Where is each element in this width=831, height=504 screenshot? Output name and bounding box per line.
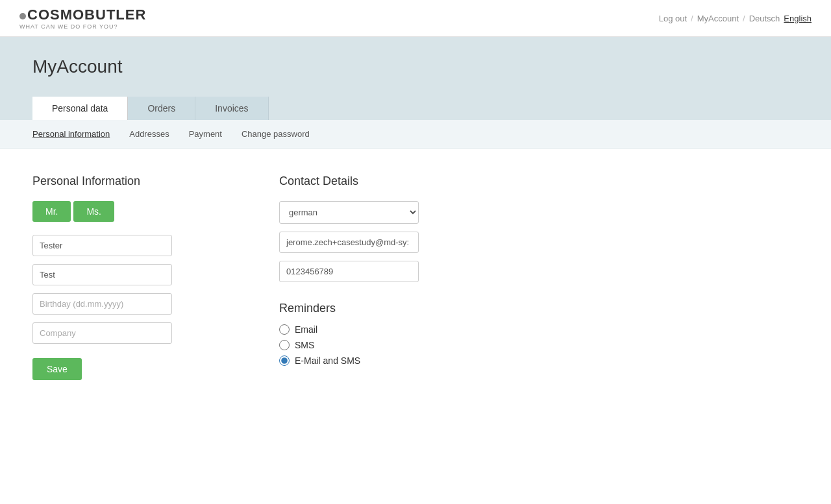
contact-details-section: Contact Details german english french Re… xyxy=(279,174,448,380)
tab-invoices[interactable]: Invoices xyxy=(195,97,268,120)
sub-nav-addresses[interactable]: Addresses xyxy=(129,129,169,139)
header-nav: Log out / MyAccount / Deutsch English xyxy=(659,14,812,23)
reminder-email-label: Email xyxy=(295,324,317,335)
deutsch-link[interactable]: Deutsch xyxy=(749,14,780,23)
sub-nav-personal-info[interactable]: Personal information xyxy=(32,129,110,139)
gender-buttons: Mr. Ms. xyxy=(32,201,227,222)
english-link[interactable]: English xyxy=(784,14,812,23)
reminder-email-radio[interactable] xyxy=(279,324,290,335)
tab-personal-data[interactable]: Personal data xyxy=(32,97,128,120)
reminder-email-sms-label: E-Mail and SMS xyxy=(295,355,360,366)
sub-nav: Personal information Addresses Payment C… xyxy=(0,120,831,149)
save-button[interactable]: Save xyxy=(32,358,82,380)
personal-information-section: Personal Information Mr. Ms. Save xyxy=(32,174,227,380)
reminder-sms-label: SMS xyxy=(295,340,314,350)
logout-link[interactable]: Log out xyxy=(659,14,687,23)
reminders-section: Reminders Email SMS E-Mail and SMS xyxy=(279,302,448,366)
banner: MyAccount Personal data Orders Invoices xyxy=(0,37,831,120)
sub-nav-change-password[interactable]: Change password xyxy=(242,129,310,139)
btn-mr[interactable]: Mr. xyxy=(32,201,71,222)
reminder-email-item: Email xyxy=(279,324,448,335)
reminder-sms-item: SMS xyxy=(279,340,448,350)
reminder-email-sms-radio[interactable] xyxy=(279,355,290,366)
logo: COSMOBUTLER WHAT CAN WE DO FOR YOU? xyxy=(19,6,146,30)
birthday-input[interactable] xyxy=(32,293,172,315)
reminders-title: Reminders xyxy=(279,302,448,315)
nav-sep-1: / xyxy=(691,14,693,23)
logo-dot xyxy=(19,13,26,19)
main-content: Personal Information Mr. Ms. Save Contac… xyxy=(0,149,831,406)
btn-ms[interactable]: Ms. xyxy=(73,201,114,222)
reminder-email-sms-item: E-Mail and SMS xyxy=(279,355,448,366)
nav-sep-2: / xyxy=(743,14,745,23)
logo-tagline: WHAT CAN WE DO FOR YOU? xyxy=(19,23,146,30)
personal-info-title: Personal Information xyxy=(32,174,227,188)
email-input[interactable] xyxy=(279,232,419,253)
company-input[interactable] xyxy=(32,322,172,344)
header: COSMOBUTLER WHAT CAN WE DO FOR YOU? Log … xyxy=(0,0,831,37)
reminder-sms-radio[interactable] xyxy=(279,340,290,350)
sub-nav-payment[interactable]: Payment xyxy=(189,129,222,139)
first-name-input[interactable] xyxy=(32,235,172,256)
tabs: Personal data Orders Invoices xyxy=(32,97,799,120)
tab-orders[interactable]: Orders xyxy=(128,97,195,120)
contact-details-title: Contact Details xyxy=(279,174,448,188)
language-select[interactable]: german english french xyxy=(279,201,419,224)
myaccount-link[interactable]: MyAccount xyxy=(697,14,739,23)
logo-text: COSMOBUTLER xyxy=(19,6,146,23)
phone-input[interactable] xyxy=(279,261,419,282)
page-title: MyAccount xyxy=(32,56,799,77)
last-name-input[interactable] xyxy=(32,264,172,285)
